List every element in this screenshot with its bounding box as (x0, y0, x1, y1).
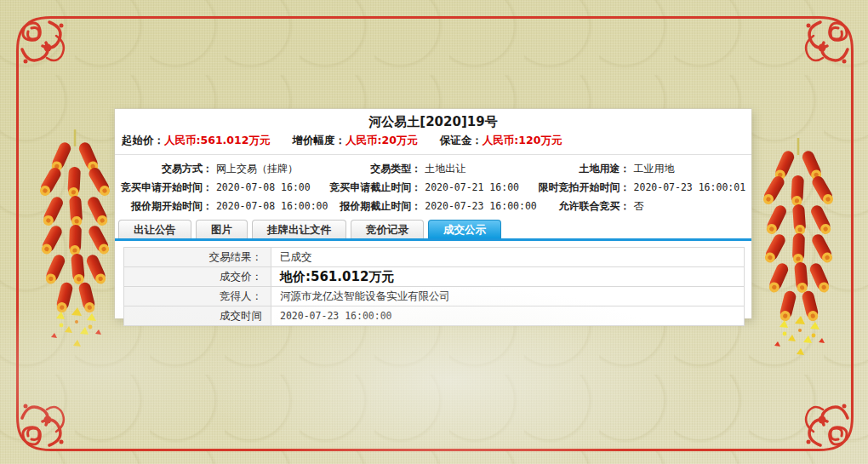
frame-right-line (851, 85, 854, 379)
tab-listing-documents[interactable]: 挂牌出让文件 (252, 220, 346, 238)
detail-label: 交易方式： (121, 162, 213, 175)
price-item: 起始价：人民币:561.012万元 (122, 134, 270, 148)
increment-label: 增价幅度： (292, 134, 345, 146)
result-label: 交易结果： (124, 248, 271, 267)
corner-ornament-bottom-left-icon (5, 367, 100, 462)
price-item: 保证金：人民币:120万元 (440, 134, 562, 148)
detail-column-1: 交易方式： 网上交易（挂牌） 竞买申请开始时间： 2020-07-08 16:0… (120, 162, 328, 213)
table-row: 交易结果： 已成交 (124, 248, 745, 267)
tab-deal-announcement[interactable]: 成交公示 (428, 220, 501, 238)
tab-active-underline (115, 238, 751, 241)
frame-top-line (85, 16, 783, 19)
detail-value: 土地出让 (425, 162, 537, 175)
firecracker-left-icon (39, 129, 111, 352)
detail-value: 2020-07-08 16:00 (216, 180, 328, 194)
detail-value: 2020-07-21 16:00 (425, 180, 537, 194)
deal-result-table: 交易结果： 已成交 成交价： 地价:561.012万元 竞得人： 河源市龙亿达智… (123, 247, 745, 326)
corner-ornament-bottom-right-icon (769, 367, 865, 462)
deal-time-label: 成交时间 (124, 306, 271, 326)
table-row: 竞得人： 河源市龙亿达智能设备实业有限公司 (124, 287, 745, 306)
detail-value: 2020-07-23 16:00:01 (634, 180, 746, 194)
transaction-details: 交易方式： 网上交易（挂牌） 竞买申请开始时间： 2020-07-08 16:0… (115, 158, 751, 213)
detail-label: 报价期开始时间： (121, 199, 213, 213)
detail-label: 土地用途： (539, 162, 631, 175)
detail-value: 否 (634, 199, 746, 213)
deal-price-label: 成交价： (124, 267, 271, 287)
detail-column-2: 交易类型： 土地出让 竞买申请截止时间： 2020-07-21 16:00 报价… (328, 162, 537, 213)
table-row: 成交价： 地价:561.012万元 (124, 267, 745, 287)
start-price-value: 人民币:561.012万元 (164, 134, 270, 146)
detail-label: 交易类型： (329, 162, 421, 175)
detail-value: 2020-07-23 16:00:00 (425, 199, 537, 213)
price-bar: 起始价：人民币:561.012万元 增价幅度：人民币:20万元 保证金：人民币:… (115, 130, 751, 149)
detail-label: 允许联合竞买： (539, 199, 631, 213)
tab-pictures[interactable]: 图片 (196, 220, 248, 238)
detail-value: 工业用地 (634, 162, 746, 175)
deposit-label: 保证金： (440, 134, 483, 146)
price-item: 增价幅度：人民币:20万元 (292, 134, 417, 148)
notice-panel: 河公易土[2020]19号 起始价：人民币:561.012万元 增价幅度：人民币… (115, 109, 751, 318)
photo-background: 河公易土[2020]19号 起始价：人民币:561.012万元 增价幅度：人民币… (0, 0, 868, 464)
increment-value: 人民币:20万元 (345, 134, 418, 146)
frame-bottom-line (85, 449, 783, 451)
firecracker-right-icon (762, 138, 834, 361)
table-row: 成交时间 2020-07-23 16:00:00 (124, 306, 745, 326)
tab-transfer-announcement[interactable]: 出让公告 (118, 220, 191, 238)
corner-ornament-top-right-icon (769, 5, 865, 100)
corner-ornament-top-left-icon (5, 5, 100, 100)
section-divider (115, 154, 751, 155)
deposit-value: 人民币:120万元 (483, 134, 562, 146)
tab-bar: 出让公告 图片 挂牌出让文件 竞价记录 成交公示 (115, 213, 751, 238)
winner-label: 竞得人： (124, 287, 271, 306)
detail-column-3: 土地用途： 工业用地 限时竞拍开始时间： 2020-07-23 16:00:01… (538, 162, 746, 213)
frame-left-line (16, 85, 19, 379)
start-price-label: 起始价： (122, 134, 164, 146)
page-title: 河公易土[2020]19号 (115, 109, 751, 130)
detail-value: 2020-07-08 16:00:00 (216, 199, 328, 213)
detail-label: 限时竞拍开始时间： (539, 180, 631, 194)
result-value: 已成交 (271, 248, 745, 267)
detail-label: 报价期截止时间： (329, 199, 421, 213)
winner-value: 河源市龙亿达智能设备实业有限公司 (271, 287, 745, 306)
deal-price-value: 地价:561.012万元 (271, 267, 745, 287)
detail-label: 竞买申请截止时间： (329, 180, 421, 194)
detail-value: 网上交易（挂牌） (216, 162, 328, 175)
tab-bidding-records[interactable]: 竞价记录 (351, 220, 424, 238)
detail-label: 竞买申请开始时间： (121, 180, 213, 194)
deal-time-value: 2020-07-23 16:00:00 (271, 306, 745, 326)
